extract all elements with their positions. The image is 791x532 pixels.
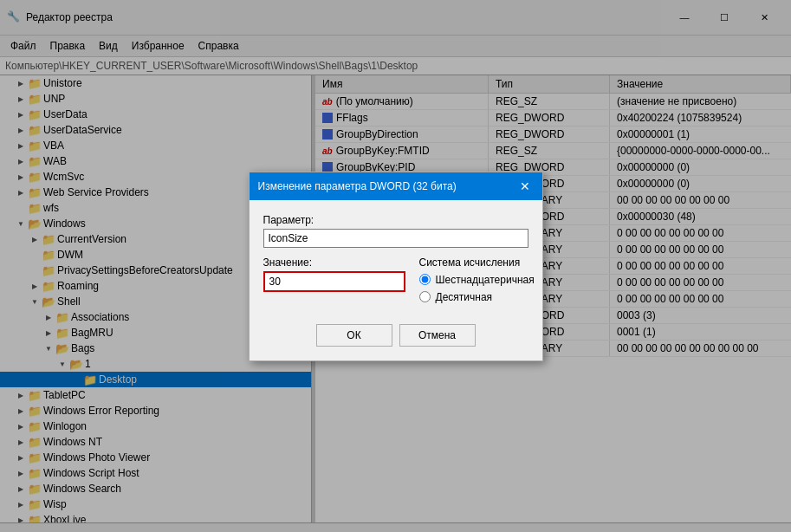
ok-button[interactable]: ОК bbox=[316, 324, 392, 347]
edit-dword-dialog: Изменение параметра DWORD (32 бита) ✕ Па… bbox=[249, 172, 543, 361]
dec-radio-text: Десятичная bbox=[436, 291, 493, 303]
dialog-title: Изменение параметра DWORD (32 бита) bbox=[258, 180, 457, 192]
param-input[interactable] bbox=[263, 229, 528, 248]
param-field: Параметр: bbox=[263, 214, 528, 248]
cancel-button[interactable]: Отмена bbox=[399, 324, 476, 347]
dec-radio[interactable] bbox=[419, 291, 431, 302]
numbase-label: Система исчисления bbox=[419, 256, 535, 269]
value-input[interactable] bbox=[263, 271, 405, 292]
dialog-titlebar: Изменение параметра DWORD (32 бита) ✕ bbox=[250, 172, 542, 200]
hex-radio[interactable] bbox=[419, 274, 431, 285]
dialog-buttons: ОК Отмена bbox=[250, 317, 542, 360]
dialog-row: Значение: Система исчисления Шестнадцате… bbox=[263, 256, 528, 303]
dec-radio-label[interactable]: Десятичная bbox=[419, 291, 535, 303]
value-label: Значение: bbox=[263, 256, 405, 269]
dialog-body: Параметр: Значение: Система исчисления Ш… bbox=[250, 200, 542, 317]
hex-radio-label[interactable]: Шестнадцатеричная bbox=[419, 274, 535, 286]
numbase-section: Система исчисления Шестнадцатеричная Дес… bbox=[419, 256, 535, 303]
value-section: Значение: bbox=[263, 256, 405, 303]
radio-group: Шестнадцатеричная Десятичная bbox=[419, 274, 535, 303]
modal-overlay: Изменение параметра DWORD (32 бита) ✕ Па… bbox=[0, 0, 791, 532]
hex-radio-text: Шестнадцатеричная bbox=[436, 274, 535, 286]
dialog-close-button[interactable]: ✕ bbox=[516, 178, 534, 195]
param-label: Параметр: bbox=[263, 214, 528, 226]
